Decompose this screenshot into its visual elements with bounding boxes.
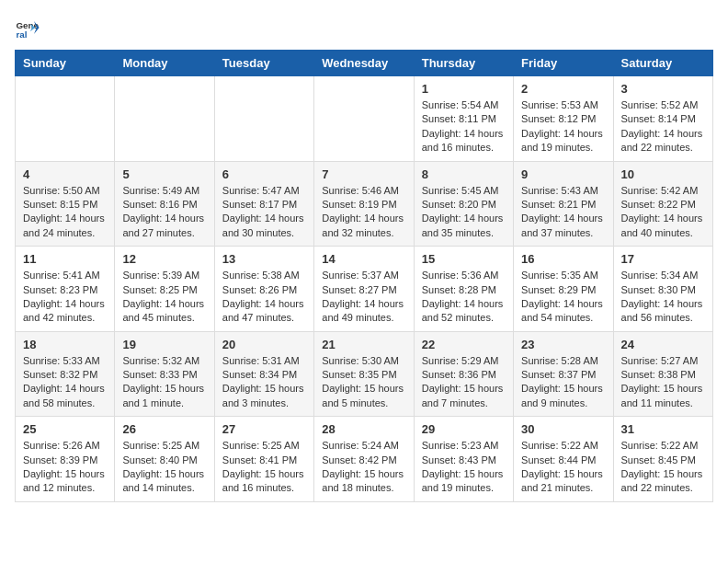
day-info: Sunrise: 5:33 AMSunset: 8:32 PMDaylight:… <box>23 354 107 411</box>
day-info: Sunrise: 5:50 AMSunset: 8:15 PMDaylight:… <box>23 184 107 241</box>
day-info: Sunrise: 5:32 AMSunset: 8:33 PMDaylight:… <box>122 354 206 411</box>
logo: Gene ral <box>15 15 44 40</box>
day-number: 13 <box>222 252 306 266</box>
day-number: 19 <box>122 338 206 351</box>
day-of-week-header: Sunday <box>16 51 115 76</box>
calendar-header-row: SundayMondayTuesdayWednesdayThursdayFrid… <box>16 51 713 76</box>
day-info: Sunrise: 5:37 AMSunset: 8:27 PMDaylight:… <box>322 269 405 326</box>
day-info: Sunrise: 5:27 AMSunset: 8:38 PMDaylight:… <box>621 354 705 411</box>
calendar-week-row: 18Sunrise: 5:33 AMSunset: 8:32 PMDayligh… <box>16 331 713 417</box>
calendar-cell: 11Sunrise: 5:41 AMSunset: 8:23 PMDayligh… <box>16 247 115 332</box>
day-info: Sunrise: 5:22 AMSunset: 8:44 PMDaylight:… <box>521 439 605 496</box>
calendar-cell: 25Sunrise: 5:26 AMSunset: 8:39 PMDayligh… <box>16 417 115 502</box>
calendar-cell: 10Sunrise: 5:42 AMSunset: 8:22 PMDayligh… <box>613 161 712 247</box>
day-info: Sunrise: 5:39 AMSunset: 8:25 PMDaylight:… <box>122 269 206 326</box>
calendar-cell <box>16 76 115 162</box>
calendar-cell: 17Sunrise: 5:34 AMSunset: 8:30 PMDayligh… <box>613 247 712 332</box>
calendar-cell: 26Sunrise: 5:25 AMSunset: 8:40 PMDayligh… <box>115 417 214 502</box>
day-info: Sunrise: 5:23 AMSunset: 8:43 PMDaylight:… <box>422 439 506 496</box>
calendar-cell: 2Sunrise: 5:53 AMSunset: 8:12 PMDaylight… <box>514 76 613 162</box>
day-info: Sunrise: 5:49 AMSunset: 8:16 PMDaylight:… <box>122 184 206 241</box>
day-number: 9 <box>521 167 605 181</box>
day-info: Sunrise: 5:26 AMSunset: 8:39 PMDaylight:… <box>23 439 107 496</box>
day-number: 2 <box>521 82 605 96</box>
day-info: Sunrise: 5:52 AMSunset: 8:14 PMDaylight:… <box>621 98 705 155</box>
calendar-cell: 20Sunrise: 5:31 AMSunset: 8:34 PMDayligh… <box>214 331 313 417</box>
calendar-cell: 14Sunrise: 5:37 AMSunset: 8:27 PMDayligh… <box>314 247 414 332</box>
day-info: Sunrise: 5:30 AMSunset: 8:35 PMDaylight:… <box>322 354 405 411</box>
day-of-week-header: Friday <box>514 51 613 76</box>
day-number: 18 <box>23 338 107 351</box>
page-header: Gene ral <box>15 15 713 40</box>
day-number: 28 <box>322 422 405 436</box>
day-info: Sunrise: 5:43 AMSunset: 8:21 PMDaylight:… <box>521 184 605 241</box>
calendar-cell: 24Sunrise: 5:27 AMSunset: 8:38 PMDayligh… <box>613 331 712 417</box>
day-info: Sunrise: 5:35 AMSunset: 8:29 PMDaylight:… <box>521 269 605 326</box>
calendar-table: SundayMondayTuesdayWednesdayThursdayFrid… <box>15 50 713 502</box>
calendar-cell: 1Sunrise: 5:54 AMSunset: 8:11 PMDaylight… <box>414 76 513 162</box>
day-number: 11 <box>23 252 107 266</box>
day-number: 4 <box>23 167 107 181</box>
calendar-cell: 7Sunrise: 5:46 AMSunset: 8:19 PMDaylight… <box>314 161 414 247</box>
calendar-cell: 15Sunrise: 5:36 AMSunset: 8:28 PMDayligh… <box>414 247 513 332</box>
day-number: 15 <box>422 252 506 266</box>
calendar-week-row: 11Sunrise: 5:41 AMSunset: 8:23 PMDayligh… <box>16 247 713 332</box>
calendar-week-row: 1Sunrise: 5:54 AMSunset: 8:11 PMDaylight… <box>16 76 713 162</box>
day-number: 30 <box>521 422 605 436</box>
day-number: 16 <box>521 252 605 266</box>
calendar-cell: 9Sunrise: 5:43 AMSunset: 8:21 PMDaylight… <box>514 161 613 247</box>
day-info: Sunrise: 5:53 AMSunset: 8:12 PMDaylight:… <box>521 98 605 155</box>
day-info: Sunrise: 5:34 AMSunset: 8:30 PMDaylight:… <box>621 269 705 326</box>
day-number: 12 <box>122 252 206 266</box>
day-info: Sunrise: 5:47 AMSunset: 8:17 PMDaylight:… <box>222 184 306 241</box>
calendar-cell: 13Sunrise: 5:38 AMSunset: 8:26 PMDayligh… <box>214 247 313 332</box>
calendar-cell: 30Sunrise: 5:22 AMSunset: 8:44 PMDayligh… <box>514 417 613 502</box>
calendar-cell: 28Sunrise: 5:24 AMSunset: 8:42 PMDayligh… <box>314 417 414 502</box>
calendar-cell: 5Sunrise: 5:49 AMSunset: 8:16 PMDaylight… <box>115 161 214 247</box>
calendar-cell: 3Sunrise: 5:52 AMSunset: 8:14 PMDaylight… <box>613 76 712 162</box>
day-number: 29 <box>422 422 506 436</box>
day-number: 26 <box>122 422 206 436</box>
calendar-cell <box>115 76 214 162</box>
calendar-cell: 16Sunrise: 5:35 AMSunset: 8:29 PMDayligh… <box>514 247 613 332</box>
day-info: Sunrise: 5:29 AMSunset: 8:36 PMDaylight:… <box>422 354 506 411</box>
day-info: Sunrise: 5:31 AMSunset: 8:34 PMDaylight:… <box>222 354 306 411</box>
calendar-cell: 8Sunrise: 5:45 AMSunset: 8:20 PMDaylight… <box>414 161 513 247</box>
day-number: 1 <box>422 82 506 96</box>
day-number: 7 <box>322 167 405 181</box>
day-info: Sunrise: 5:42 AMSunset: 8:22 PMDaylight:… <box>621 184 705 241</box>
logo-icon: Gene ral <box>15 15 40 40</box>
day-of-week-header: Wednesday <box>314 51 414 76</box>
day-info: Sunrise: 5:54 AMSunset: 8:11 PMDaylight:… <box>422 98 506 155</box>
day-number: 24 <box>621 338 705 351</box>
calendar-cell: 29Sunrise: 5:23 AMSunset: 8:43 PMDayligh… <box>414 417 513 502</box>
day-of-week-header: Saturday <box>613 51 712 76</box>
day-info: Sunrise: 5:22 AMSunset: 8:45 PMDaylight:… <box>621 439 705 496</box>
day-of-week-header: Thursday <box>414 51 513 76</box>
day-info: Sunrise: 5:25 AMSunset: 8:41 PMDaylight:… <box>222 439 306 496</box>
day-number: 5 <box>122 167 206 181</box>
calendar-cell: 21Sunrise: 5:30 AMSunset: 8:35 PMDayligh… <box>314 331 414 417</box>
day-number: 17 <box>621 252 705 266</box>
day-of-week-header: Monday <box>115 51 214 76</box>
day-number: 6 <box>222 167 306 181</box>
calendar-cell <box>314 76 414 162</box>
day-number: 22 <box>422 338 506 351</box>
day-info: Sunrise: 5:41 AMSunset: 8:23 PMDaylight:… <box>23 269 107 326</box>
day-number: 21 <box>322 338 405 351</box>
day-number: 25 <box>23 422 107 436</box>
calendar-cell: 4Sunrise: 5:50 AMSunset: 8:15 PMDaylight… <box>16 161 115 247</box>
calendar-week-row: 25Sunrise: 5:26 AMSunset: 8:39 PMDayligh… <box>16 417 713 502</box>
day-number: 8 <box>422 167 506 181</box>
calendar-week-row: 4Sunrise: 5:50 AMSunset: 8:15 PMDaylight… <box>16 161 713 247</box>
day-info: Sunrise: 5:28 AMSunset: 8:37 PMDaylight:… <box>521 354 605 411</box>
day-number: 10 <box>621 167 705 181</box>
day-info: Sunrise: 5:24 AMSunset: 8:42 PMDaylight:… <box>322 439 405 496</box>
day-info: Sunrise: 5:36 AMSunset: 8:28 PMDaylight:… <box>422 269 506 326</box>
day-info: Sunrise: 5:25 AMSunset: 8:40 PMDaylight:… <box>122 439 206 496</box>
day-info: Sunrise: 5:45 AMSunset: 8:20 PMDaylight:… <box>422 184 506 241</box>
day-info: Sunrise: 5:38 AMSunset: 8:26 PMDaylight:… <box>222 269 306 326</box>
calendar-cell: 12Sunrise: 5:39 AMSunset: 8:25 PMDayligh… <box>115 247 214 332</box>
calendar-cell: 22Sunrise: 5:29 AMSunset: 8:36 PMDayligh… <box>414 331 513 417</box>
calendar-cell: 18Sunrise: 5:33 AMSunset: 8:32 PMDayligh… <box>16 331 115 417</box>
